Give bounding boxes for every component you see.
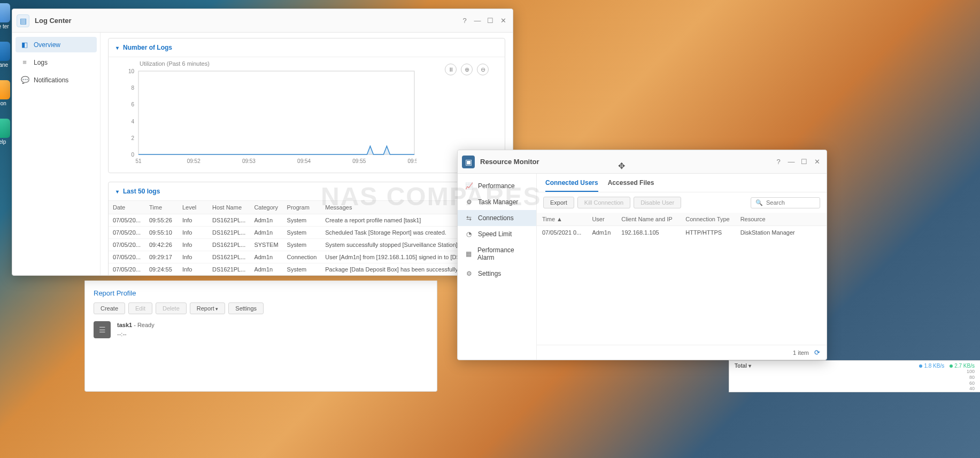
maximize-button[interactable]: ☐ — [799, 157, 809, 167]
sidebar-item-performance[interactable]: 📈Performance — [458, 178, 536, 194]
sidebar-item-speed-limit[interactable]: ◔Speed Limit — [458, 226, 536, 242]
resource-monitor-sidebar: 📈Performance ⚙Task Manager ⇆Connections … — [458, 174, 537, 360]
chart-subtitle: Utilization (Past 6 minutes) — [140, 60, 496, 67]
desktop-icon-panel[interactable]: l Pane — [0, 42, 12, 74]
table-row[interactable]: 07/05/20...09:55:10InfoDS1621PL...Adm1nS… — [109, 227, 505, 239]
net-yticks: 10080 6040 — [967, 369, 975, 392]
table-row[interactable]: 07/05/20...09:29:17InfoDS1621PL...Adm1nC… — [109, 251, 505, 263]
connections-icon: ⇆ — [465, 214, 473, 222]
edit-button[interactable]: Edit — [128, 302, 152, 314]
upload-rate: 1.8 KB/s — [919, 363, 944, 369]
svg-text:09:54: 09:54 — [297, 158, 311, 164]
sidebar-item-overview[interactable]: ◧Overview — [16, 37, 97, 52]
kill-connection-button[interactable]: Kill Connection — [577, 197, 630, 208]
last-50-logs-header[interactable]: ▾ Last 50 logs — [109, 182, 505, 201]
report-dropdown[interactable]: Report — [190, 302, 226, 314]
task-icon: ⚙ — [465, 198, 473, 206]
network-widget: Total ▾ 1.8 KB/s 2.7 KB/s 10080 6040 — [729, 360, 980, 392]
log-center-window: ▤ Log Center ? — ☐ ✕ ◧Overview ≡Logs 💬No… — [12, 9, 513, 276]
logs-chart: 02468105109:5209:5309:5409:5509:56 — [117, 69, 416, 165]
resource-monitor-titlebar[interactable]: ▣ Resource Monitor ✥ ? — ☐ ✕ — [458, 150, 827, 174]
download-rate: 2.7 KB/s — [950, 363, 975, 369]
tab-connected-users[interactable]: Connected Users — [545, 179, 598, 192]
notifications-icon: 💬 — [21, 76, 28, 84]
log-center-sidebar: ◧Overview ≡Logs 💬Notifications — [12, 33, 101, 275]
svg-text:6: 6 — [131, 102, 134, 107]
number-of-logs-header[interactable]: ▾ Number of Logs — [109, 38, 505, 57]
log-center-titlebar[interactable]: ▤ Log Center ? — ☐ ✕ — [12, 9, 513, 33]
chevron-up-icon: ▾ — [116, 189, 119, 195]
sidebar-item-connections[interactable]: ⇆Connections — [458, 210, 536, 226]
minimize-button[interactable]: — — [786, 157, 797, 167]
col-client[interactable]: Client Name and IP — [616, 213, 680, 226]
speed-icon: ◔ — [465, 230, 473, 238]
report-profile-pane: Report Profile Create Edit Delete Report… — [84, 281, 437, 392]
close-button[interactable]: ✕ — [498, 15, 508, 26]
col-program[interactable]: Program — [283, 201, 321, 214]
svg-rect-12 — [138, 71, 414, 154]
sidebar-item-task-manager[interactable]: ⚙Task Manager — [458, 194, 536, 210]
chart-zoom-in-button[interactable]: ⊕ — [461, 64, 473, 75]
chevron-up-icon: ▾ — [116, 45, 119, 51]
disable-user-button[interactable]: Disable User — [634, 197, 681, 208]
svg-text:09:56: 09:56 — [407, 158, 416, 164]
col-category[interactable]: Category — [250, 201, 282, 214]
sidebar-item-notifications[interactable]: 💬Notifications — [16, 72, 97, 88]
logs-table: Date Time Level Host Name Category Progr… — [109, 201, 505, 275]
col-date[interactable]: Date — [109, 201, 145, 214]
log-center-title: Log Center — [35, 17, 457, 25]
help-button[interactable]: ? — [459, 15, 470, 26]
svg-text:0: 0 — [131, 152, 134, 158]
col-ctype[interactable]: Connection Type — [680, 213, 735, 226]
table-row[interactable]: 07/05/20...09:55:26InfoDS1621PL...Adm1nS… — [109, 214, 505, 227]
report-profile-title: Report Profile — [94, 289, 428, 297]
report-icon: ☰ — [94, 321, 111, 338]
number-of-logs-panel: ▾ Number of Logs Utilization (Past 6 min… — [108, 38, 505, 173]
tab-accessed-files[interactable]: Accessed Files — [608, 179, 654, 192]
refresh-button[interactable]: ⟳ — [814, 348, 820, 356]
svg-text:09:53: 09:53 — [242, 158, 256, 164]
logs-icon: ≡ — [21, 58, 28, 66]
col-host[interactable]: Host Name — [208, 201, 250, 214]
sidebar-item-perf-alarm[interactable]: ▦Performance Alarm — [458, 242, 536, 266]
create-button[interactable]: Create — [94, 302, 125, 314]
desktop-icon-station[interactable]: ation — [0, 80, 12, 112]
desktop-icon-help[interactable]: Help — [0, 119, 12, 151]
desktop-icon-strip: age ter l Pane ation Help — [0, 0, 13, 157]
settings-button[interactable]: Settings — [228, 302, 264, 314]
connections-table: Time ▲ User Client Name and IP Connectio… — [537, 213, 827, 239]
move-cursor-icon: ✥ — [618, 161, 625, 171]
svg-text:10: 10 — [128, 69, 135, 74]
col-user[interactable]: User — [587, 213, 616, 226]
minimize-button[interactable]: — — [472, 15, 483, 26]
col-time[interactable]: Time — [145, 201, 178, 214]
export-button[interactable]: Export — [543, 197, 574, 208]
svg-text:09:55: 09:55 — [352, 158, 366, 164]
table-row[interactable]: 07/05/2021 0...Adm1n192.168.1.105HTTP/HT… — [537, 226, 827, 239]
search-input[interactable]: 🔍 — [751, 197, 820, 208]
alarm-icon: ▦ — [465, 250, 472, 258]
table-row[interactable]: 07/05/20...09:42:26InfoDS1621PL...SYSTEM… — [109, 239, 505, 251]
col-time[interactable]: Time ▲ — [537, 213, 587, 226]
resource-monitor-icon: ▣ — [462, 156, 475, 168]
sidebar-item-settings[interactable]: ⚙Settings — [458, 266, 536, 282]
table-row[interactable]: 07/05/20...09:24:55InfoDS1621PL...Adm1nS… — [109, 263, 505, 276]
desktop-icon-storage[interactable]: age ter — [0, 3, 12, 35]
chart-pause-button[interactable]: ⏸ — [445, 64, 457, 75]
maximize-button[interactable]: ☐ — [485, 15, 496, 26]
chart-zoom-out-button[interactable]: ⊖ — [477, 64, 489, 75]
close-button[interactable]: ✕ — [812, 157, 822, 167]
svg-text:4: 4 — [131, 119, 134, 125]
profile-item[interactable]: ☰ task1 - Ready --:-- — [94, 321, 428, 338]
performance-icon: 📈 — [465, 182, 473, 190]
resource-monitor-title: Resource Monitor — [480, 158, 771, 166]
help-button[interactable]: ? — [773, 157, 784, 167]
svg-text:09:52: 09:52 — [187, 158, 200, 164]
last-50-logs-panel: ▾ Last 50 logs Date Time Level Host Name… — [108, 182, 505, 275]
sidebar-item-logs[interactable]: ≡Logs — [16, 55, 97, 70]
col-level[interactable]: Level — [178, 201, 208, 214]
col-resource[interactable]: Resource — [735, 213, 827, 226]
delete-button[interactable]: Delete — [156, 302, 187, 314]
profile-sub: --:-- — [117, 330, 155, 339]
net-total-label[interactable]: Total ▾ — [735, 363, 751, 369]
